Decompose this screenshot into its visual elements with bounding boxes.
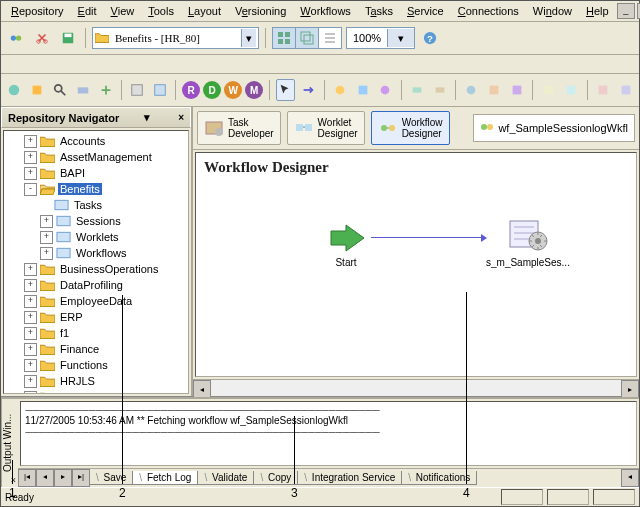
folder-combo-input[interactable]: [113, 31, 237, 45]
close-icon[interactable]: ×: [11, 475, 16, 485]
expand-icon[interactable]: +: [24, 343, 37, 356]
expand-icon[interactable]: +: [24, 135, 37, 148]
scroll-track[interactable]: [211, 380, 621, 396]
connect-icon[interactable]: [5, 27, 27, 49]
search-icon[interactable]: [51, 79, 70, 101]
menu-window[interactable]: Window: [527, 3, 578, 19]
scroll-left-icon[interactable]: ◂: [193, 380, 211, 398]
tool-icon[interactable]: [508, 79, 527, 101]
menu-tools[interactable]: Tools: [142, 3, 180, 19]
expand-icon[interactable]: +: [40, 231, 53, 244]
output-tab-notifications[interactable]: Notifications: [401, 471, 477, 485]
tool-icon[interactable]: [5, 79, 24, 101]
menu-help[interactable]: Help: [580, 3, 615, 19]
view-toggle[interactable]: [272, 27, 342, 49]
tool-icon[interactable]: [96, 79, 115, 101]
tree-node[interactable]: +AssetManagement: [4, 149, 188, 165]
expand-icon[interactable]: +: [24, 151, 37, 164]
output-log[interactable]: ----------------------------------------…: [20, 401, 637, 466]
zoom-combo[interactable]: 100% ▾: [346, 27, 415, 49]
tree-node[interactable]: +DataProfiling: [4, 277, 188, 293]
close-icon[interactable]: ×: [178, 112, 184, 123]
chevron-down-icon[interactable]: ▾: [144, 111, 150, 124]
tool-icon[interactable]: [353, 79, 372, 101]
expand-icon[interactable]: +: [24, 311, 37, 324]
folder-combo[interactable]: ▾: [92, 27, 259, 49]
task-developer-button[interactable]: TaskDeveloper: [197, 111, 281, 145]
pointer-icon[interactable]: [276, 79, 295, 101]
menu-service[interactable]: Service: [401, 3, 450, 19]
menu-connections[interactable]: Connections: [452, 3, 525, 19]
workflow-link[interactable]: [371, 237, 486, 238]
tab-nav-prev[interactable]: ◂: [36, 469, 54, 487]
tree-node[interactable]: +ERP: [4, 309, 188, 325]
scroll-right-icon[interactable]: ▸: [621, 380, 639, 398]
tool-icon[interactable]: [128, 79, 147, 101]
menu-versioning[interactable]: Versioning: [229, 3, 292, 19]
output-tab-copy[interactable]: Copy: [253, 471, 298, 485]
orb-d[interactable]: D: [203, 81, 221, 99]
expand-icon[interactable]: +: [24, 263, 37, 276]
tab-nav-next[interactable]: ▸: [54, 469, 72, 487]
tool-icon[interactable]: [462, 79, 481, 101]
tool-icon[interactable]: [430, 79, 449, 101]
tree-node[interactable]: +Workflows: [4, 245, 188, 261]
help-icon[interactable]: ?: [419, 27, 441, 49]
save-icon[interactable]: [57, 27, 79, 49]
tree-node[interactable]: Tasks: [4, 197, 188, 213]
minimize-button[interactable]: _: [617, 3, 635, 19]
output-tab-integration-service[interactable]: Integration Service: [297, 471, 402, 485]
canvas-scrollbar[interactable]: ◂ ▸: [193, 379, 639, 396]
tree-node[interactable]: +Finance: [4, 341, 188, 357]
tab-scroll[interactable]: ◂: [621, 469, 639, 487]
navigator-tree[interactable]: +Accounts+AssetManagement+BAPI-BenefitsT…: [3, 130, 189, 394]
tree-node[interactable]: +Worklets: [4, 229, 188, 245]
tool-icon[interactable]: [73, 79, 92, 101]
output-tab-save[interactable]: Save: [89, 471, 133, 485]
tree-node[interactable]: +EmployeeData: [4, 293, 188, 309]
menu-workflows[interactable]: Workflows: [294, 3, 357, 19]
expand-icon[interactable]: -: [24, 183, 37, 196]
orb-w[interactable]: W: [224, 81, 242, 99]
view-cascade-icon[interactable]: [296, 28, 319, 48]
output-tab-fetch-log[interactable]: Fetch Log: [132, 471, 198, 485]
session-node[interactable]: s_m_SampleSes...: [486, 215, 570, 268]
menu-repository[interactable]: Repository: [5, 3, 70, 19]
tree-node[interactable]: +Functions: [4, 357, 188, 373]
tool-icon[interactable]: [562, 79, 581, 101]
link-icon[interactable]: [299, 79, 318, 101]
tool-icon[interactable]: [376, 79, 395, 101]
tab-nav-last[interactable]: ▸|: [72, 469, 90, 487]
expand-icon[interactable]: +: [40, 215, 53, 228]
restore-button[interactable]: ❐: [637, 3, 640, 19]
orb-r[interactable]: R: [182, 81, 200, 99]
tree-node[interactable]: +HRJLS: [4, 373, 188, 389]
start-node[interactable]: Start: [326, 223, 366, 268]
tool-icon[interactable]: [616, 79, 635, 101]
chevron-down-icon[interactable]: ▾: [241, 29, 256, 47]
tool-icon[interactable]: [330, 79, 349, 101]
cut-icon[interactable]: [31, 27, 53, 49]
expand-icon[interactable]: +: [24, 167, 37, 180]
tool-icon[interactable]: [485, 79, 504, 101]
menu-edit[interactable]: Edit: [72, 3, 103, 19]
tree-node[interactable]: +Accounts: [4, 133, 188, 149]
orb-m[interactable]: M: [245, 81, 263, 99]
output-tab-validate[interactable]: Validate: [197, 471, 254, 485]
tree-node[interactable]: +f1: [4, 325, 188, 341]
tree-node[interactable]: +BAPI: [4, 165, 188, 181]
expand-icon[interactable]: +: [24, 375, 37, 388]
chevron-down-icon[interactable]: ▾: [387, 29, 414, 47]
view-list-icon[interactable]: [319, 28, 341, 48]
view-grid-icon[interactable]: [273, 28, 296, 48]
tree-node[interactable]: +BusinessOperations: [4, 261, 188, 277]
tree-node[interactable]: -Benefits: [4, 181, 188, 197]
tool-icon[interactable]: [408, 79, 427, 101]
menu-tasks[interactable]: Tasks: [359, 3, 399, 19]
expand-icon[interactable]: +: [24, 327, 37, 340]
menu-layout[interactable]: Layout: [182, 3, 227, 19]
tool-icon[interactable]: [539, 79, 558, 101]
workflow-canvas[interactable]: Workflow Designer Start: [195, 152, 637, 377]
tool-icon[interactable]: [28, 79, 47, 101]
workflow-name-field[interactable]: wf_SampleSessionlogWkfl: [473, 114, 635, 142]
